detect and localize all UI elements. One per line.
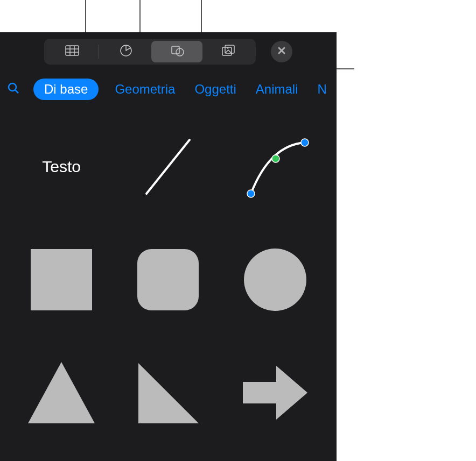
svg-marker-24 xyxy=(243,366,307,420)
svg-marker-23 xyxy=(138,363,199,423)
svg-line-15 xyxy=(146,140,190,194)
callout-line xyxy=(85,0,86,32)
media-icon xyxy=(220,42,236,61)
shape-rounded-square[interactable] xyxy=(123,237,213,323)
close-icon xyxy=(277,46,286,57)
square-icon xyxy=(26,245,96,315)
shape-line[interactable] xyxy=(123,124,213,210)
chart-icon xyxy=(118,42,134,61)
svg-rect-6 xyxy=(172,46,179,54)
insert-toolbar-group xyxy=(44,39,256,65)
shapes-icon xyxy=(169,42,185,61)
curve-icon xyxy=(237,129,313,204)
svg-point-10 xyxy=(227,47,228,49)
category-animals[interactable]: Animali xyxy=(253,79,302,100)
right-triangle-icon xyxy=(133,358,203,428)
toolbar-chart-button[interactable] xyxy=(100,41,151,62)
category-objects[interactable]: Oggetti xyxy=(191,79,239,100)
svg-rect-0 xyxy=(66,46,79,55)
svg-point-7 xyxy=(176,48,184,56)
svg-point-21 xyxy=(244,249,306,311)
search-button[interactable] xyxy=(6,81,20,97)
insert-panel: Di base Geometria Oggetti Animali N Test… xyxy=(0,32,337,461)
arrow-right-icon xyxy=(237,358,313,428)
toolbar-media-button[interactable] xyxy=(202,41,254,62)
category-basic[interactable]: Di base xyxy=(33,79,99,100)
category-row: Di base Geometria Oggetti Animali N xyxy=(0,71,337,108)
shape-triangle[interactable] xyxy=(16,350,107,436)
toolbar-table-button[interactable] xyxy=(46,41,97,62)
triangle-icon xyxy=(24,358,99,428)
svg-rect-20 xyxy=(137,249,199,310)
svg-marker-22 xyxy=(28,362,95,423)
shape-right-triangle[interactable] xyxy=(123,350,213,436)
shape-circle[interactable] xyxy=(230,237,320,323)
shape-square[interactable] xyxy=(16,237,107,323)
svg-line-14 xyxy=(16,90,19,94)
shape-arrow-right[interactable] xyxy=(230,350,320,436)
rounded-square-icon xyxy=(133,245,203,315)
toolbar-divider xyxy=(99,45,99,59)
callout-line xyxy=(139,0,141,32)
insert-toolbar xyxy=(0,32,337,71)
callout-line xyxy=(201,0,202,32)
svg-point-17 xyxy=(272,155,279,162)
circle-icon xyxy=(240,245,310,315)
shape-text-tool[interactable]: Testo xyxy=(16,124,107,210)
table-icon xyxy=(64,42,80,61)
svg-point-16 xyxy=(247,190,255,197)
line-icon xyxy=(130,129,206,204)
close-button[interactable] xyxy=(271,41,292,62)
toolbar-shapes-button[interactable] xyxy=(151,41,202,62)
category-geometry[interactable]: Geometria xyxy=(111,79,178,100)
shapes-grid: Testo xyxy=(0,108,337,452)
svg-point-13 xyxy=(9,83,16,91)
shape-curve[interactable] xyxy=(230,124,320,210)
text-tool-label: Testo xyxy=(42,158,81,176)
search-icon xyxy=(6,88,20,97)
category-next-partial[interactable]: N xyxy=(314,79,330,100)
svg-point-18 xyxy=(301,139,309,146)
svg-rect-19 xyxy=(31,249,92,310)
